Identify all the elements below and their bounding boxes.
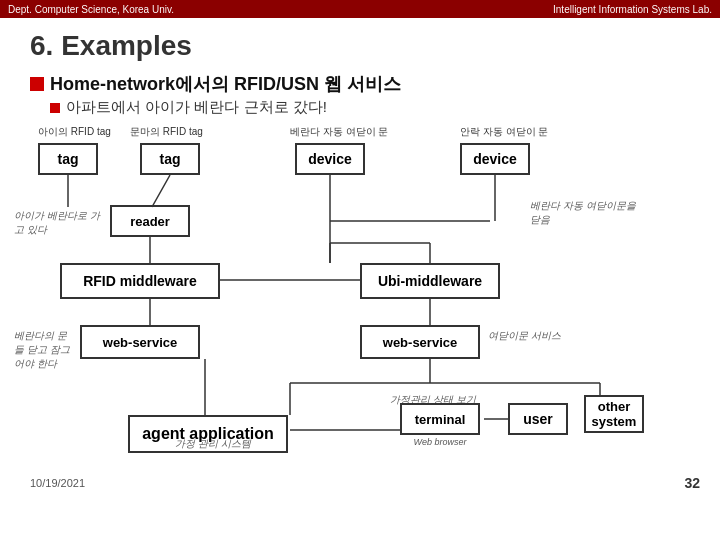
page-title: 6. Examples — [30, 30, 720, 62]
auto-lock-label: 베란다 자동 여닫이문을닫음 — [530, 199, 640, 227]
dept-label: Dept. Computer Science, Korea Univ. — [8, 4, 174, 15]
tag1-box: tag — [38, 143, 98, 175]
yadaimi-label: 여닫이문 서비스 — [488, 329, 561, 343]
label-auto-open: 베란다 자동 여닫이 문 — [290, 125, 388, 139]
terminal-box: terminal — [400, 403, 480, 435]
user-box: user — [508, 403, 568, 435]
red-bullet-main — [30, 77, 44, 91]
date-label: 10/19/2021 — [30, 477, 85, 489]
label-door-rfid: 문마의 RFID tag — [130, 125, 203, 139]
home-management-label: 가정 관리 시스템 — [133, 437, 293, 451]
main-point-text: Home-network에서의 RFID/USN 웹 서비스 — [50, 72, 401, 96]
ubi-middleware-box: Ubi-middleware — [360, 263, 500, 299]
red-bullet-sub — [50, 103, 60, 113]
web-service-right-box: web-service — [360, 325, 480, 359]
sub-point: 아파트에서 아이가 베란다 근처로 갔다! — [50, 98, 720, 117]
diagram-lines — [0, 125, 720, 495]
label-auto-alarm: 안락 자동 여닫이 문 — [460, 125, 548, 139]
svg-line-1 — [152, 175, 170, 207]
device2-box: device — [460, 143, 530, 175]
reader-box: reader — [110, 205, 190, 237]
door-check-label: 베란다의 문들 닫고 잠그어야 한다 — [14, 329, 74, 371]
page-number: 32 — [684, 475, 700, 491]
label-child-rfid: 아이의 RFID tag — [38, 125, 111, 139]
other-system-box: other system — [584, 395, 644, 433]
rfid-middleware-box: RFID middleware — [60, 263, 220, 299]
tag2-box: tag — [140, 143, 200, 175]
web-browser-label: Web browser — [398, 437, 482, 447]
header-bar: Dept. Computer Science, Korea Univ. Inte… — [0, 0, 720, 18]
child-going-label: 아이가 베란다로 가고 있다 — [14, 209, 109, 237]
main-point: Home-network에서의 RFID/USN 웹 서비스 — [30, 72, 720, 96]
sub-point-text: 아파트에서 아이가 베란다 근처로 갔다! — [66, 98, 327, 117]
device1-box: device — [295, 143, 365, 175]
lab-label: Intelligent Information Systems Lab. — [553, 4, 712, 15]
web-service-left-box: web-service — [80, 325, 200, 359]
